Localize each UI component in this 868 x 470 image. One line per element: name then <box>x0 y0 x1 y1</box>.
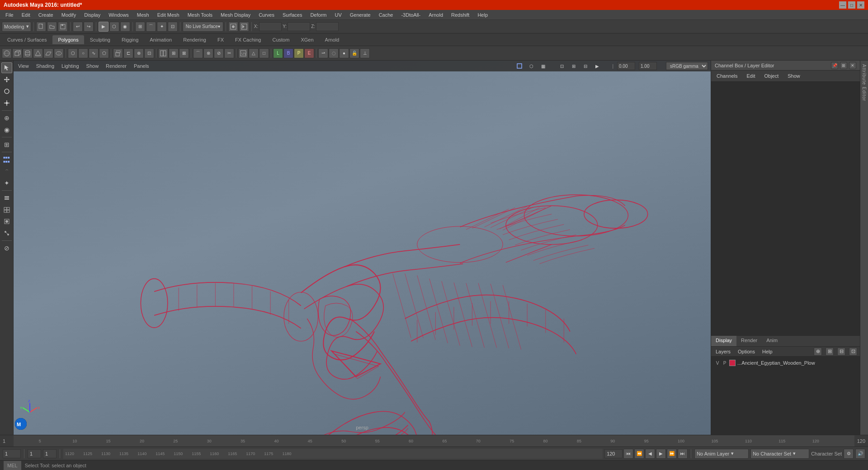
viewport-3d[interactable]: View Shading Lighting Show Renderer Pane… <box>14 61 711 435</box>
unlock-normals-icon[interactable]: 🔓 <box>349 48 359 58</box>
y-field[interactable] <box>288 22 310 31</box>
tab-fx[interactable]: FX <box>212 35 229 44</box>
plane-icon[interactable] <box>43 48 53 58</box>
range-start-field[interactable] <box>28 449 41 458</box>
bridge-icon[interactable]: ⊏ <box>123 48 133 58</box>
tab-fx-caching[interactable]: FX Caching <box>230 35 266 44</box>
script-type-button[interactable]: MEL <box>4 461 21 470</box>
soften-edge-icon[interactable]: ◌ <box>329 48 339 58</box>
soft-mod-lt[interactable]: ◉ <box>1 124 12 135</box>
timeline[interactable]: 1 5 10 15 20 25 30 35 40 45 50 55 60 65 … <box>0 435 868 446</box>
menu-edit[interactable]: Edit <box>18 11 34 19</box>
select-tool-lt[interactable] <box>1 62 12 73</box>
torus-icon[interactable] <box>54 48 64 58</box>
menu-cache[interactable]: Cache <box>375 11 397 19</box>
connect-edge-icon[interactable]: ⊠ <box>179 48 189 58</box>
tab-rendering[interactable]: Rendering <box>178 35 212 44</box>
triangulate-icon[interactable]: △ <box>249 48 259 58</box>
character-set-dropdown[interactable]: No Character Set ▾ <box>750 449 809 459</box>
normal-display-icon[interactable]: ⇀ <box>318 48 328 58</box>
tab-arnold[interactable]: Arnold <box>320 35 345 44</box>
undo-button[interactable]: ↩ <box>73 22 83 32</box>
menu-curves[interactable]: Curves <box>255 11 278 19</box>
current-frame-field[interactable] <box>3 449 21 458</box>
help-sub-tab[interactable]: Help <box>760 348 774 355</box>
tab-xgen[interactable]: XGen <box>295 35 319 44</box>
tab-custom[interactable]: Custom <box>267 35 295 44</box>
layer-playback-toggle[interactable]: P <box>722 361 727 366</box>
layers-sub-tab[interactable]: Layers <box>714 348 732 355</box>
scale-tool-lt[interactable] <box>1 98 12 108</box>
cb-object-tab[interactable]: Object <box>762 72 780 80</box>
timeline-ruler[interactable]: 5 10 15 20 25 30 35 40 45 50 55 60 65 70… <box>14 435 854 447</box>
menu-mesh[interactable]: Mesh <box>133 11 153 19</box>
tab-rigging[interactable]: Rigging <box>116 35 144 44</box>
menu-display[interactable]: Display <box>80 11 104 19</box>
move-tool-lt[interactable] <box>1 74 12 85</box>
extra-tool-lt[interactable]: ⊘ <box>1 243 12 254</box>
x-field[interactable] <box>259 22 282 31</box>
maximize-button[interactable]: □ <box>848 1 855 9</box>
select-tool-button[interactable]: ▶ <box>99 22 108 32</box>
channel-box-close-icon[interactable]: ✕ <box>849 62 856 69</box>
bevel-icon[interactable]: ⌒ <box>193 48 203 58</box>
show-manipulator-lt[interactable]: ⊞ <box>1 139 12 150</box>
save-scene-button[interactable] <box>58 22 68 32</box>
z-field[interactable] <box>316 22 339 31</box>
range-frame-field[interactable] <box>43 449 57 458</box>
menu-redshift[interactable]: Redshift <box>448 11 473 19</box>
display-layer-2-lt[interactable] <box>1 204 12 215</box>
anim-layer-lt[interactable] <box>1 228 12 239</box>
menu-help[interactable]: Help <box>474 11 491 19</box>
render-layer-lt[interactable] <box>1 216 12 227</box>
cone-icon[interactable] <box>33 48 43 58</box>
menu-arnold[interactable]: Arnold <box>425 11 447 19</box>
extrude-icon[interactable] <box>113 48 123 58</box>
step-back-button[interactable]: ⏪ <box>634 449 644 459</box>
merge-icon[interactable]: ⊗ <box>203 48 213 58</box>
anim-layer-dropdown[interactable]: No Anim Layer ▾ <box>694 449 749 459</box>
no-live-surface-button[interactable]: No Live Surface ▾ <box>183 22 223 32</box>
cube-icon[interactable] <box>12 48 22 58</box>
connect-components-icon[interactable]: ⊡ <box>144 48 154 58</box>
menu-uv[interactable]: UV <box>331 11 345 19</box>
tab-animation[interactable]: Animation <box>144 35 177 44</box>
options-sub-tab[interactable]: Options <box>736 348 757 355</box>
ipr-render-button[interactable] <box>239 22 249 32</box>
sound-button[interactable]: 🔊 <box>855 449 865 459</box>
helix-icon[interactable]: ∿ <box>89 48 99 58</box>
rotate-tool-lt[interactable] <box>1 86 12 97</box>
menu-surfaces[interactable]: Surfaces <box>279 11 306 19</box>
channel-box-pin-icon[interactable]: 📌 <box>831 62 838 69</box>
close-button[interactable]: ✕ <box>857 1 864 9</box>
playback-settings-button[interactable]: ⚙ <box>844 449 854 459</box>
layer-tab-display[interactable]: Display <box>711 336 736 346</box>
paint-select-button[interactable]: ◉ <box>120 22 130 32</box>
cylinder-icon[interactable] <box>23 48 33 58</box>
offset-edge-loop-icon[interactable]: ⊞ <box>169 48 179 58</box>
cb-edit-tab[interactable]: Edit <box>745 72 757 80</box>
menu-3dtall[interactable]: -3DtoAll- <box>397 11 424 19</box>
menu-mesh-tools[interactable]: Mesh Tools <box>184 11 216 19</box>
play-forward-button[interactable]: ▶ <box>656 449 666 459</box>
go-to-end-button[interactable]: ⏭ <box>678 449 688 459</box>
menu-deform[interactable]: Deform <box>307 11 330 19</box>
tab-sculpting[interactable]: Sculpting <box>85 35 116 44</box>
go-to-start-button[interactable]: ⏮ <box>623 449 633 459</box>
render-button[interactable] <box>228 22 238 32</box>
layer-color-swatch[interactable] <box>729 360 736 366</box>
insert-edge-loop-icon[interactable] <box>158 48 168 58</box>
channel-box-expand-icon[interactable]: ⊞ <box>840 62 847 69</box>
menu-modify[interactable]: Modify <box>58 11 80 19</box>
layer-sort-icon[interactable]: ⊟ <box>837 348 845 356</box>
new-scene-button[interactable] <box>36 22 46 32</box>
phong-icon[interactable]: P <box>294 48 304 58</box>
snap-curve-button[interactable]: ⌒ <box>146 22 156 32</box>
polygon-primitive-icon[interactable]: ⬡ <box>68 48 78 58</box>
menu-generate[interactable]: Generate <box>346 11 374 19</box>
snap-to-grid-lt[interactable]: ■■■■■■ <box>1 154 12 165</box>
phong-e-icon[interactable]: E <box>304 48 314 58</box>
layer-options-icon[interactable]: ⊞ <box>826 348 834 356</box>
harden-edge-icon[interactable]: ● <box>339 48 349 58</box>
open-scene-button[interactable] <box>47 22 57 32</box>
